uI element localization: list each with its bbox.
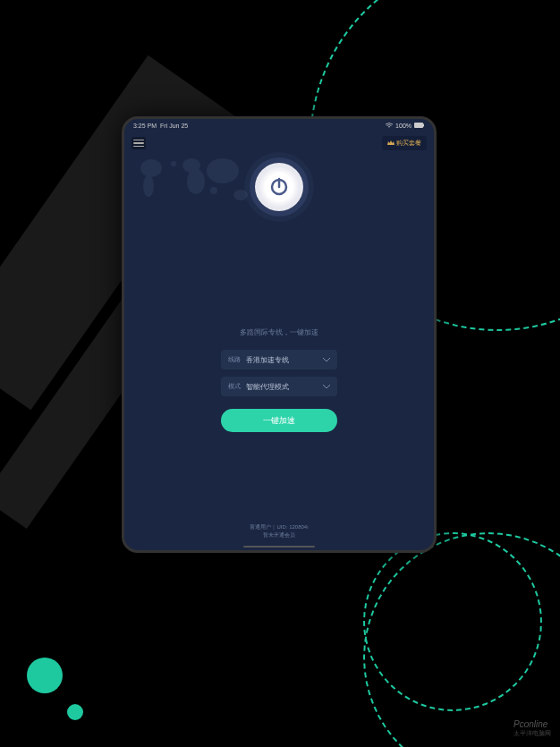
crown-icon xyxy=(387,140,395,147)
mode-selector-value: 智能代理模式 xyxy=(246,382,289,392)
svg-point-6 xyxy=(207,158,239,183)
decorative-dot-small xyxy=(67,704,83,720)
tablet-device: 3:25 PM Fri Jun 25 100% 购买套餐 xyxy=(122,116,437,553)
mode-selector[interactable]: 模式 智能代理模式 xyxy=(221,377,337,396)
svg-point-7 xyxy=(233,190,248,200)
watermark-sub: 太平洋电脑网 xyxy=(513,729,551,738)
line-selector-value: 香港加速专线 xyxy=(246,355,289,365)
chevron-down-icon xyxy=(323,356,330,364)
svg-point-5 xyxy=(187,169,205,194)
accelerate-button[interactable]: 一键加速 xyxy=(221,409,337,432)
line-selector[interactable]: 线路 香港加速专线 xyxy=(221,350,337,369)
wifi-icon xyxy=(386,123,393,129)
mode-selector-label: 模式 xyxy=(228,382,241,391)
vip-purchase-button[interactable]: 购买套餐 xyxy=(382,136,427,150)
watermark-brand: Pconline xyxy=(513,719,551,729)
selector-group: 线路 香港加速专线 模式 智能代理模式 xyxy=(124,350,434,396)
footer: 普通用户｜UID: 120804i 暂未开通会员 xyxy=(124,523,434,539)
status-time: 3:25 PM xyxy=(133,123,157,129)
decorative-circle-small xyxy=(363,532,542,711)
member-status-text: 暂未开通会员 xyxy=(124,531,434,539)
home-indicator[interactable] xyxy=(243,546,315,548)
watermark: Pconline 太平洋电脑网 xyxy=(513,719,551,738)
svg-point-9 xyxy=(210,187,217,194)
world-map-decoration xyxy=(129,146,263,213)
chevron-down-icon xyxy=(323,383,330,391)
status-date: Fri Jun 25 xyxy=(160,123,188,129)
svg-point-3 xyxy=(143,175,154,197)
line-selector-label: 线路 xyxy=(228,355,241,364)
power-icon xyxy=(268,176,290,198)
decorative-dot-large xyxy=(27,658,63,693)
svg-point-2 xyxy=(140,159,162,177)
status-bar: 3:25 PM Fri Jun 25 100% xyxy=(124,119,434,132)
tagline-text: 多路国际专线，一键加速 xyxy=(124,327,434,337)
svg-point-8 xyxy=(171,161,176,166)
user-info-text: 普通用户｜UID: 120804i xyxy=(124,523,434,531)
vip-label: 购买套餐 xyxy=(396,139,421,148)
battery-icon xyxy=(414,123,425,129)
battery-percent: 100% xyxy=(395,123,412,129)
svg-rect-0 xyxy=(414,123,423,128)
svg-rect-1 xyxy=(423,124,424,127)
